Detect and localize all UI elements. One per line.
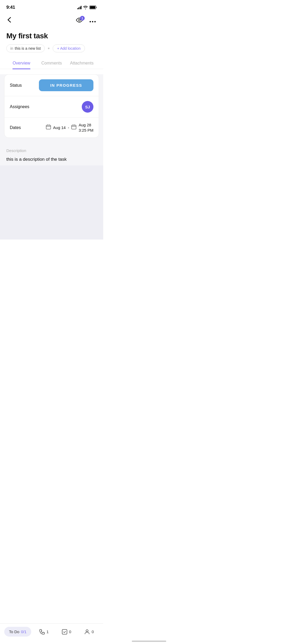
description-text[interactable]: this is a description of the task xyxy=(6,156,97,163)
dates-row: Dates Aug 14 - xyxy=(4,118,99,137)
status-bar: 9:41 xyxy=(0,0,103,14)
more-options-button[interactable] xyxy=(88,16,97,25)
calendar-start-icon xyxy=(46,124,51,131)
watchers-button[interactable]: 1 xyxy=(76,17,83,24)
calendar-end-icon xyxy=(71,124,76,131)
dates-display: Aug 14 - Aug 28 3:25 PM xyxy=(46,122,93,133)
svg-rect-11 xyxy=(74,125,75,126)
overview-content: Status IN PROGRESS Assignees SJ Dates xyxy=(0,74,103,240)
details-card: Status IN PROGRESS Assignees SJ Dates xyxy=(4,74,99,138)
assignees-label: Assignees xyxy=(10,104,39,109)
wifi-icon xyxy=(83,6,88,9)
svg-rect-6 xyxy=(46,125,51,129)
list-tag[interactable]: in this is a new list xyxy=(6,44,45,52)
dates-value[interactable]: Aug 14 - Aug 28 3:25 PM xyxy=(39,122,93,133)
back-button[interactable] xyxy=(6,16,12,25)
battery-icon xyxy=(89,6,97,9)
date-start: Aug 14 xyxy=(53,125,66,130)
dates-label: Dates xyxy=(10,125,39,130)
task-title: My first task xyxy=(0,30,103,44)
date-dash: - xyxy=(68,125,69,130)
assignees-value: SJ xyxy=(39,101,93,113)
signal-icon xyxy=(77,6,82,9)
watchers-badge: 1 xyxy=(80,16,85,21)
tab-comments[interactable]: Comments xyxy=(37,58,67,69)
tabs-bar: Overview Comments Attachments xyxy=(0,58,103,69)
status-row: Status IN PROGRESS xyxy=(4,75,99,96)
description-section: Description this is a description of the… xyxy=(0,143,103,165)
status-icons xyxy=(77,6,97,9)
empty-area xyxy=(0,165,103,240)
status-value: IN PROGRESS xyxy=(39,79,93,91)
tab-overview[interactable]: Overview xyxy=(6,58,37,69)
in-label: in xyxy=(10,46,13,50)
date-end-line2: 3:25 PM xyxy=(79,128,93,133)
meta-row: in this is a new list + Add location xyxy=(0,44,103,58)
svg-rect-8 xyxy=(49,125,49,126)
date-end-line1: Aug 28 xyxy=(79,122,91,128)
date-end-block: Aug 28 3:25 PM xyxy=(79,122,93,133)
assignees-row: Assignees SJ xyxy=(4,96,99,118)
add-location-button[interactable]: + Add location xyxy=(53,44,85,52)
svg-point-5 xyxy=(94,21,96,22)
assignee-avatar[interactable]: SJ xyxy=(82,101,93,113)
dot-separator xyxy=(48,48,49,49)
list-name: this is a new list xyxy=(15,46,41,50)
status-button[interactable]: IN PROGRESS xyxy=(39,79,93,91)
nav-right-actions: 1 xyxy=(76,16,97,25)
status-label: Status xyxy=(10,83,39,88)
svg-rect-1 xyxy=(90,6,95,9)
tab-attachments[interactable]: Attachments xyxy=(67,58,97,69)
svg-rect-7 xyxy=(47,125,48,126)
svg-point-3 xyxy=(90,21,91,22)
status-time: 9:41 xyxy=(6,5,15,10)
svg-rect-9 xyxy=(72,125,76,129)
svg-rect-10 xyxy=(73,125,73,126)
svg-point-4 xyxy=(92,21,93,22)
description-label: Description xyxy=(6,148,97,153)
nav-bar: 1 xyxy=(0,14,103,30)
